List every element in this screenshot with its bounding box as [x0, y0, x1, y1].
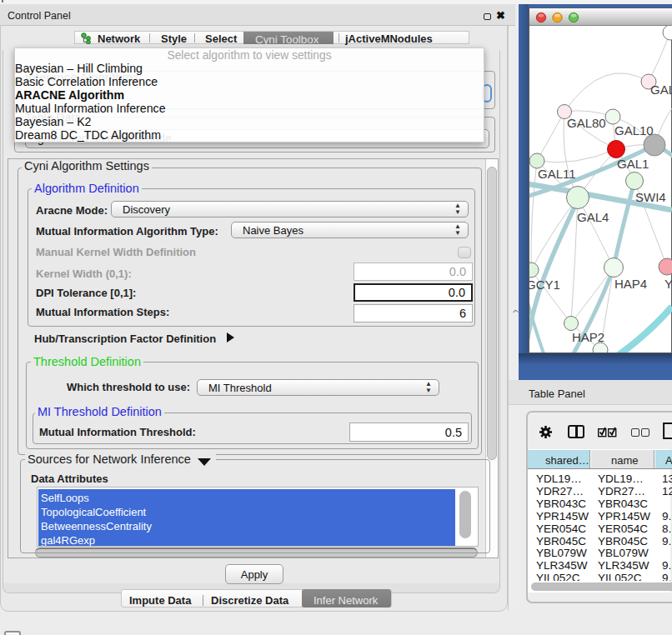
svg-text:GAL4: GAL4: [577, 210, 609, 224]
svg-text:GAL80: GAL80: [567, 116, 606, 130]
svg-text:Y: Y: [664, 277, 672, 291]
svg-text:GCY1: GCY1: [529, 278, 560, 292]
svg-text:HAP2: HAP2: [572, 330, 604, 344]
svg-text:GAL1: GAL1: [617, 157, 649, 171]
svg-text:GAL: GAL: [650, 82, 672, 97]
svg-text:GAL10: GAL10: [614, 123, 654, 138]
svg-text:SWI4: SWI4: [635, 190, 666, 204]
svg-text:HAP4: HAP4: [614, 277, 647, 291]
svg-text:GAL11: GAL11: [538, 167, 576, 181]
